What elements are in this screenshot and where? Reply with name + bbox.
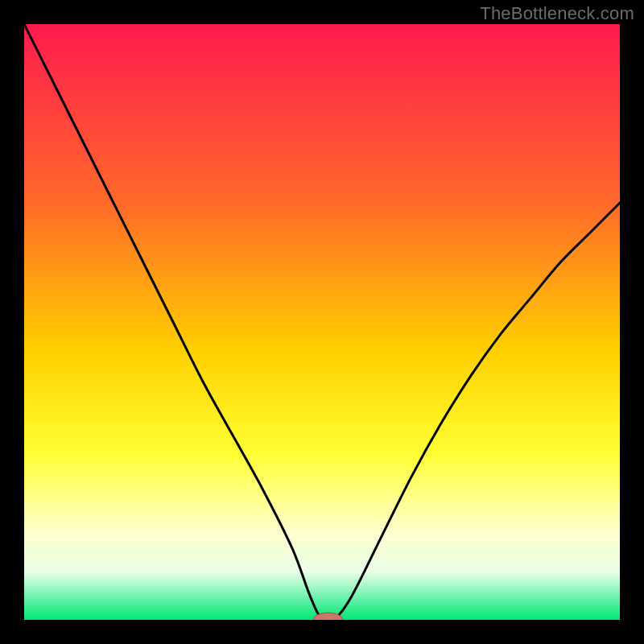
watermark-text: TheBottleneck.com	[480, 3, 634, 24]
plot-area	[24, 24, 620, 620]
chart-frame: TheBottleneck.com	[0, 0, 644, 644]
plot-svg	[24, 24, 620, 620]
gradient-bg	[24, 24, 620, 620]
